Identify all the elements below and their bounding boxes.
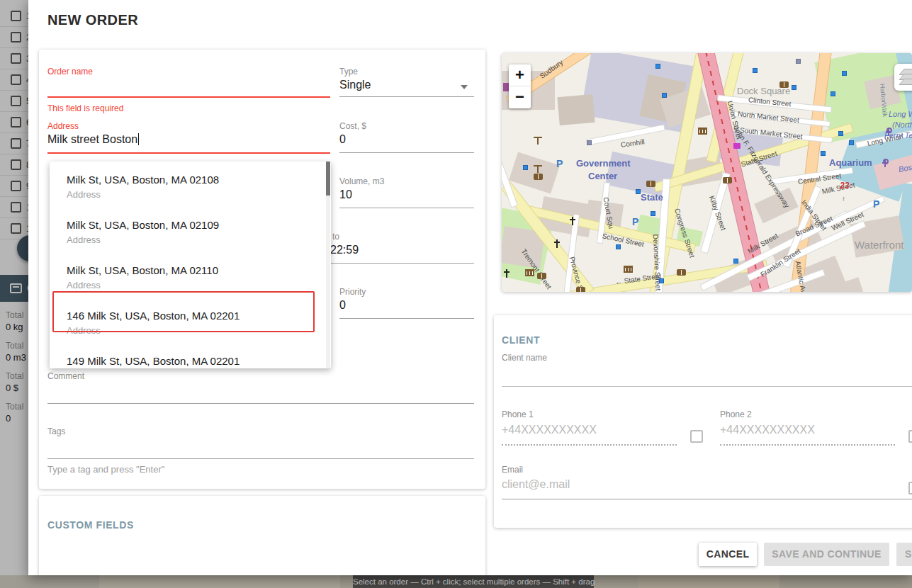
tags-input[interactable]: Type a tag and press "Enter" [47, 464, 164, 475]
volume-input[interactable]: 10 [339, 188, 352, 201]
map-marker [616, 244, 621, 249]
map-marker [838, 131, 843, 136]
cross-icon [572, 217, 573, 225]
phone2-underline [720, 444, 895, 446]
map-view[interactable]: SudburyUnion StreetCornhillGovernmentCen… [502, 53, 912, 292]
phone1-label: Phone 1 [502, 409, 534, 419]
scales-icon [534, 137, 542, 144]
map-marker [659, 278, 664, 283]
cost-input[interactable]: 0 [339, 133, 346, 146]
phone2-label: Phone 2 [720, 409, 752, 419]
client-name-underline [502, 386, 912, 387]
save-and-continue-button[interactable]: SAVE AND CONTINUE [764, 543, 889, 566]
chevron-down-icon[interactable] [461, 85, 468, 89]
map-layers-button[interactable] [894, 64, 912, 91]
tags-label: Tags [47, 426, 65, 436]
time-to-input[interactable]: 22:59 [330, 244, 359, 256]
order-name-underline [47, 96, 330, 98]
map-poi [503, 83, 509, 91]
phone2-input[interactable]: +44XXXXXXXXXX [720, 424, 815, 436]
map-marker [523, 165, 528, 170]
priority-label: Priority [339, 287, 366, 297]
email-label: Email [502, 465, 523, 475]
address-suggestion[interactable]: Milk St, USA, Boston, MA 02108 Address [50, 169, 326, 210]
map-street-label: Waterfront [855, 239, 903, 251]
selection-highlight-box [52, 291, 315, 332]
text-cursor [138, 133, 139, 145]
parking-icon: P [556, 158, 563, 169]
map-street-label: Government [576, 158, 631, 169]
map-street-label: Long W [889, 110, 912, 118]
cross-icon [506, 269, 507, 278]
museum-icon [525, 269, 534, 276]
cross-icon [556, 239, 558, 248]
address-input[interactable]: Milk street Boston [47, 133, 139, 146]
type-select[interactable]: Single [339, 79, 371, 91]
map-marker [651, 211, 655, 216]
map-marker [792, 85, 796, 90]
save-button[interactable]: S [896, 543, 912, 566]
order-name-label: Order name [47, 67, 93, 77]
phone1-input[interactable]: +44XXXXXXXXXX [502, 424, 597, 436]
priority-underline [339, 318, 474, 319]
map-street-label: Aquarium [829, 157, 872, 168]
map-marker [831, 91, 835, 96]
address-suggestions-dropdown: Milk St, USA, Boston, MA 02108 Address M… [50, 162, 331, 368]
type-underline [339, 96, 474, 97]
anchor-icon [884, 159, 886, 167]
map-street-label: 23 [840, 181, 849, 191]
tags-underline [47, 458, 474, 459]
new-order-dialog: NEW ORDER Order name This field is requi… [28, 0, 912, 575]
type-label: Type [339, 67, 358, 77]
museum-icon [624, 266, 633, 273]
custom-fields-card: CUSTOM FIELDS [39, 496, 485, 575]
parking-icon: P [632, 216, 638, 227]
map-marker [753, 68, 758, 73]
map-marker [655, 64, 660, 69]
phone2-checkbox[interactable] [908, 430, 912, 443]
map-marker [733, 259, 738, 264]
address-suggestion[interactable]: Milk St, USA, Boston, MA 02109 Address [50, 214, 326, 255]
time-to-underline [330, 263, 474, 264]
address-label: Address [47, 121, 79, 131]
map-street-label: Clinton Street [748, 96, 791, 108]
map-marker [821, 151, 826, 156]
map-street-label: Center [588, 171, 617, 181]
map-street-label: Cornhill [620, 137, 645, 149]
client-heading: CLIENT [502, 334, 540, 346]
priority-input[interactable]: 0 [339, 299, 346, 312]
zoom-out-button[interactable]: − [509, 86, 531, 108]
order-name-error: This field is required [47, 103, 123, 113]
book-icon [646, 181, 655, 187]
email-input[interactable]: client@e.mail [502, 478, 570, 491]
book-icon [779, 81, 789, 88]
comment-label: Comment [47, 371, 84, 381]
book-icon [537, 273, 546, 279]
comment-underline [47, 403, 474, 404]
time-to-label: to [332, 232, 339, 242]
phone1-checkbox[interactable] [690, 430, 703, 443]
cancel-button[interactable]: CANCEL [699, 543, 757, 566]
map-marker-gray [587, 140, 592, 145]
book-icon [576, 287, 585, 292]
map-marker [636, 189, 641, 194]
map-street-label: Milk Street [821, 181, 855, 196]
anchor-icon [888, 128, 889, 136]
client-name-label: Client name [502, 353, 547, 363]
address-suggestion[interactable]: 149 Milk St, USA, Boston, MA 02201 Addre… [50, 350, 326, 368]
custom-fields-heading: CUSTOM FIELDS [47, 519, 134, 531]
cart-icon [733, 143, 741, 149]
map-street-label: North Market Street [737, 110, 799, 124]
book-icon [534, 174, 543, 180]
email-checkbox[interactable] [908, 482, 912, 494]
dropdown-scrollbar-thumb[interactable] [326, 162, 330, 196]
map-marker [662, 93, 667, 98]
zoom-in-button[interactable]: + [509, 64, 531, 86]
map-zoom-control: + − [509, 64, 531, 108]
scales-icon [534, 165, 542, 172]
map-street-label: State [641, 192, 663, 203]
book-icon [723, 177, 732, 183]
museum-icon [698, 128, 707, 135]
parking-icon: P [873, 198, 879, 210]
dialog-title: NEW ORDER [47, 12, 138, 28]
